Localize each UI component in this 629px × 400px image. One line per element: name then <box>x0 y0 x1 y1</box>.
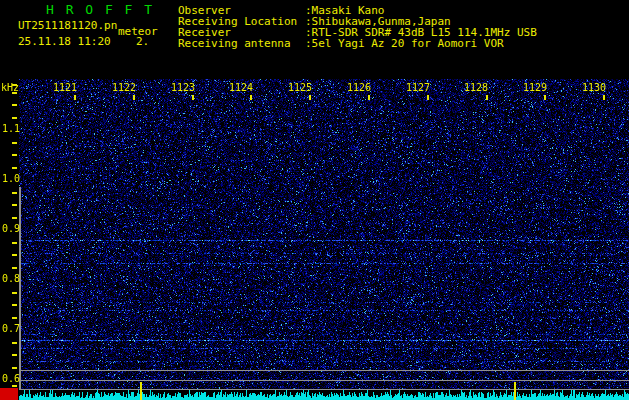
time-label: 1127 <box>406 83 430 93</box>
freq-label: 0.9 <box>2 224 20 234</box>
app-title: H R O F F T <box>46 3 154 16</box>
freq-axis-tick <box>12 292 17 294</box>
freq-axis-tick <box>12 167 17 169</box>
freq-axis-tick <box>12 154 17 156</box>
time-label: 1126 <box>347 83 371 93</box>
hrofft-screen: H R O F F T UT2511181120.pn meteor 25.11… <box>0 0 629 400</box>
freq-axis-tick <box>12 385 17 387</box>
freq-axis-tick <box>12 317 17 319</box>
freq-axis-tick <box>12 117 17 119</box>
freq-axis-tick <box>12 267 17 269</box>
freq-label: 1.0 <box>2 174 20 184</box>
meta-value-antenna: :5el Yagi Az 20 for Aomori VOR <box>305 38 504 49</box>
freq-label: 0.7 <box>2 324 20 334</box>
counter-label: 2. <box>136 36 149 47</box>
time-label: 1128 <box>464 83 488 93</box>
time-label: 1122 <box>112 83 136 93</box>
freq-axis-tick <box>12 142 17 144</box>
meta-label-antenna: Receiving antenna <box>178 38 291 49</box>
freq-axis-tick <box>12 367 17 369</box>
freq-label: 1.1 <box>2 124 20 134</box>
time-label: 1130 <box>582 83 606 93</box>
time-label: 1129 <box>523 83 547 93</box>
spectrogram-waterfall <box>19 79 629 400</box>
freq-axis-tick <box>12 217 17 219</box>
time-label: 1125 <box>288 83 312 93</box>
freq-label: 0.6 <box>2 374 20 384</box>
count-scale-red-block <box>0 388 18 400</box>
datetime-label: 25.11.18 11:20 <box>18 36 111 47</box>
freq-axis-tick <box>12 342 17 344</box>
freq-axis-tick <box>12 354 17 356</box>
freq-axis-tick <box>12 192 17 194</box>
freq-axis-tick <box>12 84 17 86</box>
freq-axis-tick <box>12 254 17 256</box>
time-label: 1123 <box>171 83 195 93</box>
freq-label: 0.8 <box>2 274 20 284</box>
output-filename: UT2511181120.pn <box>18 20 117 31</box>
freq-axis-tick <box>12 104 17 106</box>
time-label: 1121 <box>53 83 77 93</box>
freq-axis-tick <box>12 92 17 94</box>
time-label: 1124 <box>229 83 253 93</box>
freq-axis-tick <box>12 204 17 206</box>
freq-axis-tick <box>12 242 17 244</box>
freq-axis-tick <box>12 304 17 306</box>
